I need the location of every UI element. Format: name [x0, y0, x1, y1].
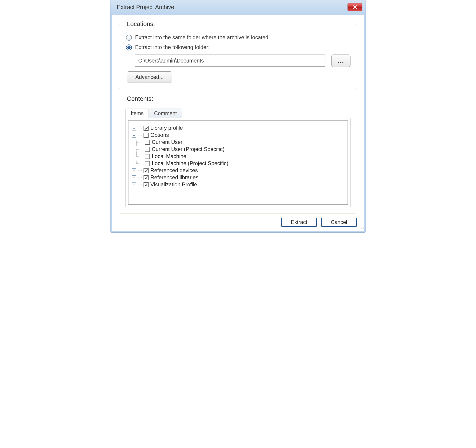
svg-rect-6: [362, 230, 362, 230]
checkbox-current-user-ps[interactable]: [145, 147, 150, 152]
svg-rect-4: [363, 228, 363, 229]
tree-label-referenced-devices: Referenced devices: [150, 168, 198, 174]
tree-root: − Library profile −: [132, 124, 344, 188]
locations-fieldset: Locations: Extract into the same folder …: [119, 21, 357, 89]
tree-line: [136, 138, 137, 164]
checkbox-referenced-devices[interactable]: [143, 168, 148, 173]
tabs: Items Comment: [125, 108, 351, 118]
checkbox-options[interactable]: [143, 133, 148, 138]
tree-label-current-user: Current User: [152, 139, 182, 145]
expander-referenced-devices[interactable]: +: [132, 168, 136, 173]
tree-node-local-machine-ps[interactable]: Local Machine (Project Specific): [148, 160, 344, 167]
tree-node-library-profile[interactable]: − Library profile: [132, 124, 344, 132]
tree-line: [138, 135, 142, 135]
checkbox-visualization-profile[interactable]: [143, 182, 148, 187]
tree-label-local-machine: Local Machine: [152, 153, 187, 159]
radio-row-same-folder[interactable]: Extract into the same folder where the a…: [126, 34, 351, 41]
expander-options[interactable]: −: [132, 133, 136, 138]
close-button[interactable]: [347, 3, 362, 11]
radio-label-following-folder: Extract into the following folder:: [135, 44, 210, 50]
checkbox-local-machine[interactable]: [145, 154, 150, 159]
tree-label-referenced-libraries: Referenced libraries: [150, 174, 198, 181]
contents-legend: Contents:: [125, 95, 155, 102]
tree-label-visualization-profile: Visualization Profile: [150, 182, 197, 188]
cancel-button[interactable]: Cancel: [321, 218, 357, 227]
tree-line: [136, 149, 143, 150]
svg-rect-7: [363, 230, 363, 230]
path-row: …: [135, 55, 351, 67]
tree-node-local-machine[interactable]: Local Machine: [148, 153, 344, 160]
tree-children-options: Current User Current User (Project Speci…: [148, 139, 344, 167]
tree-line: [136, 163, 143, 164]
tree-node-visualization-profile[interactable]: + Visualization Profile: [132, 181, 344, 188]
client-area: Locations: Extract into the same folder …: [112, 15, 364, 231]
svg-rect-2: [363, 227, 363, 228]
tree-view[interactable]: − Library profile −: [128, 120, 348, 205]
radio-same-folder[interactable]: [126, 35, 132, 41]
tree-node-current-user-ps[interactable]: Current User (Project Specific): [148, 146, 344, 153]
resize-grip[interactable]: [359, 226, 364, 231]
dialog-footer: Extract Cancel: [119, 217, 357, 227]
checkbox-library-profile[interactable]: [143, 126, 148, 131]
title-bar: Extract Project Archive: [110, 0, 366, 14]
resize-grip-icon: [359, 226, 364, 231]
tree-node-referenced-libraries[interactable]: + Referenced libraries: [132, 174, 344, 181]
tab-comment[interactable]: Comment: [149, 109, 182, 118]
tree-label-current-user-ps: Current User (Project Specific): [152, 146, 225, 152]
tab-items[interactable]: Items: [125, 109, 149, 118]
ellipsis-icon: …: [337, 57, 345, 65]
tree-node-referenced-devices[interactable]: + Referenced devices: [132, 167, 344, 174]
tree-line: [138, 178, 142, 178]
extract-button[interactable]: Extract: [281, 218, 317, 227]
expander-visualization-profile[interactable]: +: [132, 183, 136, 187]
contents-fieldset: Contents: Items Comment −: [119, 95, 357, 213]
dialog-window: Extract Project Archive Locations: Extra…: [110, 0, 366, 233]
radio-row-following-folder[interactable]: Extract into the following folder:: [126, 44, 351, 50]
close-icon: [352, 5, 357, 9]
expander-referenced-libraries[interactable]: +: [132, 175, 136, 180]
expander-library-profile[interactable]: −: [132, 126, 136, 130]
tree-label-options: Options: [150, 132, 169, 138]
tree-line: [138, 185, 142, 185]
tree-label-library-profile: Library profile: [150, 125, 183, 131]
radio-label-same-folder: Extract into the same folder where the a…: [135, 34, 268, 41]
svg-rect-3: [362, 228, 362, 229]
browse-button[interactable]: …: [331, 55, 351, 67]
tab-panel-items: − Library profile −: [125, 118, 351, 207]
checkbox-current-user[interactable]: [145, 140, 150, 145]
locations-legend: Locations:: [125, 21, 156, 28]
svg-rect-5: [360, 230, 361, 230]
tree-node-current-user[interactable]: Current User: [148, 139, 344, 146]
tree-line: [136, 142, 143, 143]
advanced-button[interactable]: Advanced...: [127, 71, 172, 83]
checkbox-local-machine-ps[interactable]: [145, 161, 150, 166]
tree-node-options[interactable]: − Options: [132, 132, 344, 139]
tree-line: [136, 156, 143, 157]
checkbox-referenced-libraries[interactable]: [143, 175, 148, 180]
radio-following-folder[interactable]: [126, 45, 132, 50]
folder-path-input[interactable]: [135, 55, 325, 67]
tree-line: [138, 128, 142, 129]
tree-label-local-machine-ps: Local Machine (Project Specific): [152, 160, 228, 167]
tree-line: [138, 170, 142, 171]
window-title: Extract Project Archive: [114, 4, 174, 11]
